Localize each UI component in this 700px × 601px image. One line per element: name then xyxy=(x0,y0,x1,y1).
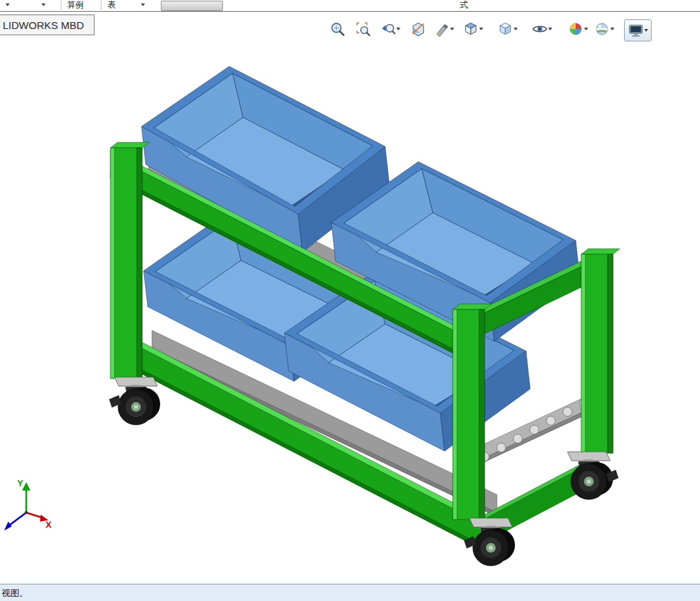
tab-label: LIDWORKS MBD xyxy=(3,19,84,31)
toolbar-segment-button[interactable] xyxy=(161,1,223,11)
view-settings-button[interactable] xyxy=(624,19,652,41)
display-style-button[interactable] xyxy=(497,19,518,39)
dropdown-caret-icon[interactable] xyxy=(6,3,10,6)
dropdown-caret-icon[interactable] xyxy=(396,28,400,30)
zoom-to-fit-icon xyxy=(329,21,346,37)
dynamic-annotation-views-icon xyxy=(434,21,450,37)
apply-scene-button[interactable] xyxy=(594,19,614,39)
dynamic-annotation-views-button[interactable] xyxy=(434,19,454,39)
orientation-triad[interactable]: Y X xyxy=(4,478,52,531)
zoom-to-area-icon xyxy=(355,21,371,37)
dropdown-caret-icon[interactable] xyxy=(141,3,145,6)
top-toolbar: 算例 表 式 xyxy=(0,0,700,12)
caster-right[interactable] xyxy=(567,452,619,499)
tab-table[interactable]: 表 xyxy=(108,0,116,10)
post-right[interactable] xyxy=(581,249,620,453)
dropdown-caret-icon[interactable] xyxy=(479,28,483,30)
dropdown-caret-icon[interactable] xyxy=(41,3,46,6)
graphics-area[interactable]: Y X xyxy=(0,11,700,584)
model-canvas[interactable]: Y X xyxy=(0,11,700,584)
caster-left[interactable] xyxy=(109,377,160,425)
dropdown-caret-icon[interactable] xyxy=(644,29,648,32)
dropdown-caret-icon[interactable] xyxy=(610,28,614,30)
view-settings-monitor-icon xyxy=(628,22,644,39)
display-style-icon xyxy=(497,21,514,37)
toolbar-separator xyxy=(61,1,61,10)
previous-view-icon xyxy=(380,21,396,37)
ribbon-label-fragment: 式 xyxy=(460,0,468,10)
dropdown-caret-icon[interactable] xyxy=(514,28,518,30)
triad-x-label: X xyxy=(46,519,52,530)
edit-appearance-icon xyxy=(567,21,584,37)
zoom-to-area-button[interactable] xyxy=(355,19,371,39)
view-orientation-icon xyxy=(463,21,479,37)
apply-scene-icon xyxy=(594,21,610,37)
section-view-icon xyxy=(410,21,427,37)
hide-show-items-button[interactable] xyxy=(532,19,552,39)
dropdown-caret-icon[interactable] xyxy=(450,28,454,30)
tab-study[interactable]: 算例 xyxy=(67,0,84,10)
dropdown-caret-icon[interactable] xyxy=(584,28,588,30)
edit-appearance-button[interactable] xyxy=(567,19,588,39)
toolbar-separator xyxy=(101,1,101,10)
hide-show-items-icon xyxy=(532,21,548,37)
dropdown-caret-icon[interactable] xyxy=(548,28,552,30)
view-orientation-button[interactable] xyxy=(463,19,483,39)
section-view-button[interactable] xyxy=(410,19,427,39)
triad-y-label: Y xyxy=(17,478,23,488)
tab-solidworks-mbd[interactable]: LIDWORKS MBD xyxy=(0,15,95,35)
status-bar: 视图。 xyxy=(0,584,700,601)
heads-up-view-toolbar xyxy=(0,18,700,41)
status-text: 视图。 xyxy=(1,587,28,600)
zoom-to-fit-button[interactable] xyxy=(329,19,346,39)
previous-view-button[interactable] xyxy=(380,19,400,39)
